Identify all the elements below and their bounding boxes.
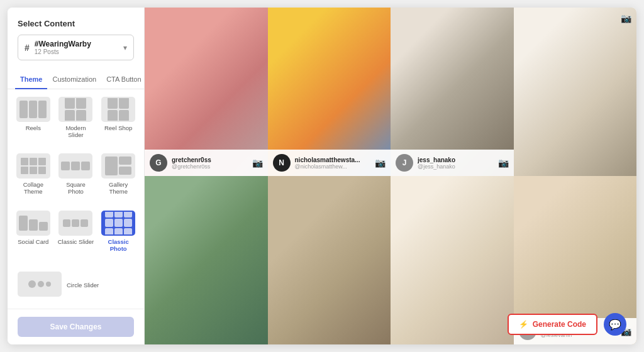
bottom-bar: ⚡ Generate Code 💬 — [508, 313, 626, 336]
theme-modern-slider[interactable]: Modern Slider — [58, 97, 94, 147]
chevron-down-icon: ▾ — [123, 43, 127, 52]
hashtag-icon: # — [25, 43, 30, 53]
post-overlay-1: G gretchenr0ss @gretchenr0ss 📷 — [145, 150, 268, 176]
theme-social-preview — [16, 211, 50, 236]
hashtag-posts: 12 Posts — [35, 48, 123, 55]
panel-footer: Save Changes — [8, 309, 144, 344]
theme-social-label: Social Card — [18, 238, 48, 245]
post-card-7[interactable] — [391, 176, 514, 344]
post-card-6[interactable] — [268, 176, 391, 344]
theme-classic-photo[interactable]: Classic Photo — [100, 211, 136, 261]
theme-modern-slider-label: Modern Slider — [58, 124, 94, 138]
theme-modern-slider-preview — [58, 97, 92, 122]
theme-collage-theme[interactable]: Collage Theme — [15, 153, 52, 204]
theme-gallery-theme[interactable]: Gallery Theme — [100, 153, 136, 204]
theme-classic-preview — [58, 211, 92, 236]
tabs-row: Theme Customization CTA Button — [8, 70, 144, 89]
post-card-5[interactable] — [145, 176, 268, 344]
theme-square-photo[interactable]: Square Photo — [58, 153, 94, 204]
save-button[interactable]: Save Changes — [18, 317, 134, 337]
theme-classic-photo-label: Classic Photo — [100, 238, 136, 252]
generate-code-label: Generate Code — [533, 320, 586, 329]
themes-grid: Reels Modern Slider Reel Shop — [8, 89, 144, 309]
post-overlay-3: J jess_hanako @jess_hanako 📷 — [391, 150, 514, 176]
post-user-info-1: gretchenr0ss @gretchenr0ss — [172, 157, 248, 170]
theme-square-preview — [58, 153, 92, 179]
avatar-3: J — [396, 154, 413, 172]
generate-code-button[interactable]: ⚡ Generate Code — [508, 314, 597, 335]
hashtag-info: #WearingWarby 12 Posts — [35, 40, 123, 55]
tab-cta-button[interactable]: CTA Button — [101, 70, 146, 89]
theme-collage-label: Collage Theme — [15, 181, 52, 195]
post-handle-3: @jess_hanako — [418, 163, 494, 170]
theme-circle-slider[interactable]: Circle Slider — [15, 267, 136, 304]
avatar-1: G — [150, 154, 167, 172]
post-username-2: nicholasmatthewsta... — [295, 157, 371, 163]
post-handle-1: @gretchenr0ss — [172, 163, 248, 170]
theme-classic-slider[interactable]: Classic Slider — [58, 211, 94, 261]
instagram-icon-3: 📷 — [498, 158, 509, 168]
theme-reel-shop-label: Reel Shop — [104, 124, 132, 131]
theme-circle-label: Circle Slider — [67, 282, 99, 289]
hashtag-name: #WearingWarby — [35, 40, 123, 48]
chat-button[interactable]: 💬 — [604, 313, 626, 336]
theme-reel-shop-preview — [101, 97, 135, 122]
main-container: Select Content # #WearingWarby 12 Posts … — [8, 8, 636, 344]
panel-title: Select Content — [18, 19, 134, 28]
theme-social-card[interactable]: Social Card — [15, 211, 52, 261]
theme-gallery-label: Gallery Theme — [100, 181, 136, 195]
chat-icon: 💬 — [609, 319, 621, 331]
theme-reel-shop[interactable]: Reel Shop — [100, 97, 136, 147]
theme-reels-label: Reels — [26, 124, 41, 131]
post-username-3: jess_hanako — [418, 157, 494, 163]
theme-square-label: Square Photo — [58, 181, 94, 195]
post-user-info-3: jess_hanako @jess_hanako — [418, 157, 494, 170]
post-card-1[interactable]: G gretchenr0ss @gretchenr0ss 📷 — [145, 8, 268, 176]
theme-reels-preview — [16, 97, 50, 122]
posts-grid: G gretchenr0ss @gretchenr0ss 📷 N nichola… — [145, 8, 636, 344]
hashtag-selector[interactable]: # #WearingWarby 12 Posts ▾ — [18, 35, 134, 60]
post-handle-2: @nicholasmatthew... — [295, 163, 371, 170]
tab-theme[interactable]: Theme — [15, 70, 47, 89]
right-panel: G gretchenr0ss @gretchenr0ss 📷 N nichola… — [145, 8, 636, 344]
avatar-2: N — [273, 154, 291, 172]
theme-classic-photo-preview — [101, 211, 135, 236]
theme-collage-preview — [16, 153, 50, 179]
instagram-icon-4: 📷 — [621, 13, 631, 23]
instagram-icon-1: 📷 — [252, 158, 263, 168]
theme-classic-slider-label: Classic Slider — [58, 238, 94, 245]
tab-customization[interactable]: Customization — [47, 70, 101, 89]
post-overlay-2: N nicholasmatthewsta... @nicholasmatthew… — [268, 150, 391, 176]
theme-gallery-preview — [101, 153, 135, 179]
post-card-4[interactable]: 📷 — [514, 8, 637, 176]
post-card-2[interactable]: N nicholasmatthewsta... @nicholasmatthew… — [268, 8, 391, 176]
panel-header: Select Content # #WearingWarby 12 Posts … — [8, 8, 144, 67]
post-username-1: gretchenr0ss — [172, 157, 248, 163]
lightning-icon: ⚡ — [519, 320, 528, 329]
instagram-icon-2: 📷 — [375, 158, 386, 168]
theme-reels[interactable]: Reels — [15, 97, 52, 147]
post-card-3[interactable]: J jess_hanako @jess_hanako 📷 — [391, 8, 514, 176]
theme-circle-preview — [18, 272, 62, 297]
left-panel: Select Content # #WearingWarby 12 Posts … — [8, 8, 145, 344]
post-user-info-2: nicholasmatthewsta... @nicholasmatthew..… — [295, 157, 371, 170]
